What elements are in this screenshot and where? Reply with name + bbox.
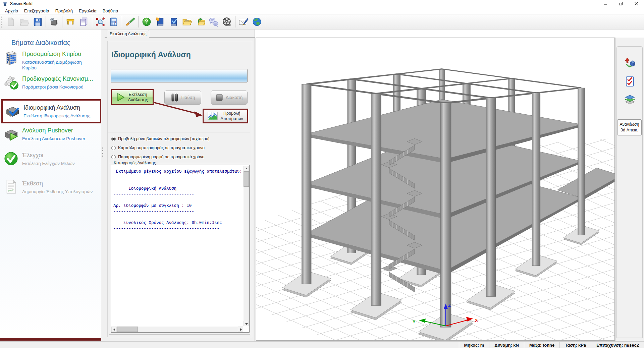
processor-button[interactable] [47,15,61,28]
toolbar-separator [235,16,235,27]
step-subtitle: Κατασκευαστική Διαμόρφωση Κτιρίου [22,59,95,71]
sidebar-item-code-requirements[interactable]: Προδιαγραφές Κανονισμ...Παράμετροι βάσει… [3,74,99,90]
vertical-scroll-thumb[interactable] [244,171,249,187]
scroll-right-icon[interactable] [238,327,243,332]
horizontal-scroll-thumb[interactable] [117,327,138,332]
scroll-left-icon[interactable] [111,327,117,332]
paintbrush-icon [125,17,135,27]
menu-file[interactable]: Αρχείο [2,8,21,14]
log-vertical-scrollbar[interactable] [244,166,249,326]
panel-title: Ιδιομορφική Ανάλυση [111,50,191,59]
sidebar-item-eigenvalue-analysis[interactable]: Ιδιομορφική ΑνάλυσηΕκτέλεση Ιδιομορφικής… [1,99,101,123]
menu-view[interactable]: Προβολή [52,8,76,14]
window-title: SeismoBuild [10,1,33,6]
scroll-check-icon [3,74,19,90]
sidebar-item-checks[interactable]: ΈλεγχοιΕκτέλεση Ελέγχων Μελών [3,151,99,166]
report-button[interactable] [77,15,91,28]
display-options-button[interactable] [123,15,137,28]
member-checks-icon [624,76,636,87]
globe-icon [252,17,262,27]
step-title: Προδιαγραφές Κανονισμ... [22,75,95,82]
axis-z-label: Z [448,303,451,308]
stop-button: Διακοπή [211,91,248,105]
forum-button[interactable] [207,15,220,28]
folder-refresh-icon [195,17,205,27]
app-icon [2,1,8,6]
green-check-icon [3,151,19,166]
results-chart-icon [208,112,218,120]
scroll-down-icon[interactable] [244,321,249,326]
videos-button[interactable] [220,15,234,28]
3d-viewport[interactable]: ZXY [256,38,615,341]
status-field-0: Μήκος: m [459,342,489,348]
import-export-button[interactable] [194,15,207,28]
member-checks-button[interactable] [624,76,636,89]
radio-option-3[interactable]: Παραμορφωμένη μορφή σε πραγματικό χρόνο [111,154,204,160]
step-subtitle: Παράμετροι βάσει Κανονισμού [22,84,95,90]
log-text: Εκτιμώμενο μέγεθος αρχείου εξαγωγής αποτ… [113,168,243,326]
tab-run-analysis[interactable]: Εκτέλεση Ανάλυσης [107,30,149,38]
contact-button[interactable] [237,15,250,28]
model-viewer-button[interactable] [94,15,107,28]
sidebar-item-building-modelling[interactable]: Προσομοίωση ΚτιρίουΚατασκευαστική Διαμόρ… [3,50,99,71]
calculator-icon [109,17,119,27]
toolbar-separator [92,16,92,27]
radio-icon[interactable] [111,155,116,159]
model-magnifier-icon [95,17,105,27]
chip-gear-icon [49,17,59,27]
sidebar-item-pushover-analysis[interactable]: Ανάλυση PushoverΕκτέλεση Αναλύσεων Pusho… [3,126,99,141]
new-file-icon [6,17,16,27]
save-floppy-icon [33,17,43,27]
verification-button[interactable] [167,15,180,28]
stop-icon [216,94,223,101]
status-field-1: Δύναμη: kN [489,342,524,348]
sidebar-header: Βήματα Διαδικασίας [11,39,70,47]
examples-button[interactable] [180,15,194,28]
website-button[interactable] [250,15,264,28]
calculator-button[interactable] [107,15,120,28]
save-button[interactable] [31,15,44,28]
panel-separator [108,132,250,132]
radio-icon[interactable] [111,146,116,150]
sections-button[interactable] [64,15,77,28]
log-horizontal-scrollbar[interactable] [111,327,243,332]
speech-bubbles-icon [209,17,219,27]
tab-strip: Εκτέλεση Ανάλυσης [105,30,255,38]
radio-selected-icon[interactable] [111,137,116,141]
radio-option-2[interactable]: Καμπύλη συμπεριφοράς σε πραγματικό χρόνο [111,144,205,151]
menu-help[interactable]: Βοήθεια [100,8,121,14]
radio-label: Καμπύλη συμπεριφοράς σε πραγματικό χρόνο [118,146,205,150]
view-results-button[interactable]: ΠροβολήΑποτ/μάτων [203,109,248,123]
tutorial-button[interactable] [153,15,167,28]
log-group-label: Καταγραφές Ανάλυσης [112,161,158,165]
new-button [4,15,17,28]
toolbar-grip[interactable] [1,16,2,28]
layers-icon [624,95,636,106]
book-check-icon [168,17,178,27]
layers-button[interactable] [624,95,636,107]
beam-section-icon [65,17,75,27]
radio-option-1[interactable]: Προβολή μόνο βασικών πληροφοριών [ταχύτε… [111,135,209,142]
refresh-3d-button[interactable]: Ανανέωση 3d Απεικ. [617,119,642,135]
close-button[interactable] [629,0,644,7]
scroll-up-icon[interactable] [244,166,249,171]
splitter-handle-icon [102,148,103,157]
menu-edit[interactable]: Επεξεργασία [21,8,52,14]
toolbar-separator [62,16,62,27]
axis-x-label: X [475,318,478,323]
menu-bar: ΑρχείοΕπεξεργασίαΠροβολήΕργαλείαΒοήθεια [0,7,644,14]
toolbar-separator [138,16,139,27]
run-analysis-button[interactable]: ΕκτέλεσηΑνάλυσης [111,89,154,105]
sidebar-item-report[interactable]: ΈκθεσηΔημιουργία Έκθεσης Υπολογισμών [3,179,99,194]
status-field-3: Τάση: kPa [559,342,591,348]
status-field-4: Επιτάχυνση: m/sec2 [591,342,644,348]
menu-tools[interactable]: Εργαλεία [76,8,100,14]
deformed-shape-button[interactable] [624,57,636,70]
building-icon [3,50,19,65]
step-title: Έκθεση [22,180,95,187]
analysis-panel: Εκτέλεση Ανάλυσης Ιδιομορφική Ανάλυση Εκ… [105,30,255,341]
minimize-button[interactable] [598,0,613,7]
restore-button[interactable] [613,0,629,7]
radio-label: Παραμορφωμένη μορφή σε πραγματικό χρόνο [118,155,204,159]
help-button[interactable] [140,15,153,28]
